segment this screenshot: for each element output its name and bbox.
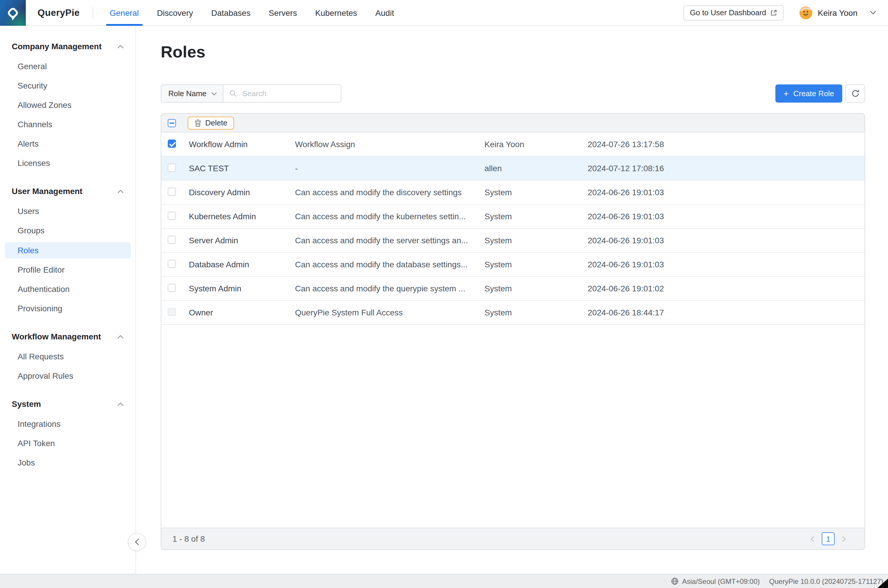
row-checkbox-cell: [161, 284, 189, 293]
prev-page-button[interactable]: [809, 532, 816, 545]
sidebar-item-groups[interactable]: Groups: [0, 221, 135, 240]
sidebar-section-header-user-management[interactable]: User Management: [12, 184, 124, 198]
plus-icon: +: [784, 89, 789, 98]
table-row-workflow-admin[interactable]: Workflow AdminWorkflow AssignKeira Yoon2…: [161, 132, 864, 156]
created-date-cell: 2024-06-26 19:01:03: [588, 260, 864, 269]
sidebar-item-channels[interactable]: Channels: [0, 115, 135, 134]
sidebar-item-approval-rules[interactable]: Approval Rules: [0, 366, 135, 386]
version-text: QueryPie 10.0.0 (20240725-171127): [769, 577, 883, 585]
sidebar-item-profile-editor[interactable]: Profile Editor: [0, 260, 135, 280]
sidebar-item-allowed-zones[interactable]: Allowed Zones: [0, 96, 135, 115]
pagination: 1: [809, 532, 847, 545]
tab-general[interactable]: General: [106, 0, 143, 26]
search-input[interactable]: [241, 88, 335, 99]
page-number-1[interactable]: 1: [822, 532, 835, 545]
role-name-cell: Kubernetes Admin: [189, 212, 295, 221]
user-name: Keira Yoon: [818, 8, 858, 17]
user-menu[interactable]: Keira Yoon: [800, 6, 876, 19]
row-checkbox[interactable]: [168, 284, 176, 292]
table-row-sac-test[interactable]: SAC TEST-allen2024-07-12 17:08:16: [161, 156, 864, 180]
row-checkbox[interactable]: [168, 139, 176, 147]
sidebar-item-api-token[interactable]: API Token: [0, 434, 135, 453]
timezone-indicator: Asia/Seoul (GMT+09:00): [671, 577, 760, 585]
sidebar-section-title: System: [12, 399, 41, 409]
created-date-cell: 2024-06-26 19:01:02: [588, 284, 864, 293]
table-row-server-admin[interactable]: Server AdminCan access and modify the se…: [161, 229, 864, 253]
filter-field-select[interactable]: Role Name: [161, 84, 224, 103]
sidebar: Company ManagementGeneralSecurityAllowed…: [0, 26, 136, 574]
row-checkbox-cell: [161, 187, 189, 197]
brand-name: QueryPie: [38, 8, 80, 18]
chevron-down-icon: [870, 10, 876, 15]
page-title: Roles: [161, 43, 206, 62]
sidebar-item-licenses[interactable]: Licenses: [0, 154, 135, 173]
table-body: Workflow AdminWorkflow AssignKeira Yoon2…: [161, 132, 864, 325]
row-checkbox-cell: [161, 260, 189, 269]
querypie-logo: [0, 0, 26, 26]
external-link-icon: [771, 9, 777, 16]
created-date-cell: 2024-06-26 18:44:17: [588, 308, 864, 317]
querypie-logo-icon: [4, 4, 22, 21]
sidebar-item-security[interactable]: Security: [0, 76, 135, 96]
dashboard-button-label: Go to User Dashboard: [690, 8, 766, 17]
pagination-range: 1 - 8 of 8: [173, 534, 205, 543]
row-checkbox[interactable]: [168, 212, 176, 219]
sidebar-section-header-workflow-management[interactable]: Workflow Management: [12, 330, 124, 343]
row-checkbox[interactable]: [168, 236, 176, 244]
tab-kubernetes[interactable]: Kubernetes: [312, 0, 361, 26]
topbar-divider: [93, 7, 93, 18]
role-name-cell: Owner: [189, 308, 295, 317]
sidebar-item-general[interactable]: General: [0, 57, 135, 76]
sidebar-section-title: User Management: [12, 186, 83, 196]
filter-field-label: Role Name: [168, 89, 206, 98]
creator-cell: System: [484, 308, 588, 317]
refresh-button[interactable]: [845, 84, 865, 103]
go-to-user-dashboard-button[interactable]: Go to User Dashboard: [683, 5, 784, 20]
row-checkbox-cell: [161, 236, 189, 245]
delete-button[interactable]: Delete: [188, 116, 234, 129]
sidebar-item-jobs[interactable]: Jobs: [0, 453, 135, 472]
sidebar-item-alerts[interactable]: Alerts: [0, 134, 135, 154]
created-date-cell: 2024-06-26 19:01:03: [588, 236, 864, 245]
next-page-button[interactable]: [840, 532, 847, 545]
table-row-database-admin[interactable]: Database AdminCan access and modify the …: [161, 253, 864, 277]
tab-discovery[interactable]: Discovery: [153, 0, 197, 26]
row-checkbox[interactable]: [168, 187, 176, 195]
sidebar-section-header-system[interactable]: System: [12, 398, 124, 410]
sidebar-item-all-requests[interactable]: All Requests: [0, 347, 135, 366]
created-date-cell: 2024-06-26 19:01:03: [588, 188, 864, 197]
tab-servers[interactable]: Servers: [265, 0, 300, 26]
sidebar-section-header-company-management[interactable]: Company Management: [12, 40, 124, 53]
role-name-cell: System Admin: [189, 284, 295, 293]
select-all-checkbox[interactable]: [168, 119, 176, 127]
sidebar-item-integrations[interactable]: Integrations: [0, 414, 135, 434]
sidebar-item-provisioning[interactable]: Provisioning: [0, 299, 135, 318]
created-date-cell: 2024-07-12 17:08:16: [588, 164, 864, 173]
row-checkbox[interactable]: [168, 260, 176, 268]
row-checkbox-cell: [161, 139, 189, 149]
tab-audit[interactable]: Audit: [372, 0, 398, 26]
role-name-cell: Server Admin: [189, 236, 295, 245]
app-window: QueryPie GeneralDiscoveryDatabasesServer…: [0, 0, 888, 588]
table-row-system-admin[interactable]: System AdminCan access and modify the qu…: [161, 277, 864, 301]
create-role-button[interactable]: + Create Role: [775, 84, 842, 103]
sidebar-item-roles[interactable]: Roles: [5, 242, 131, 258]
chevron-left-icon: [134, 538, 140, 546]
table-row-discovery-admin[interactable]: Discovery AdminCan access and modify the…: [161, 180, 864, 205]
sidebar-collapse-button[interactable]: [128, 533, 146, 551]
row-checkbox-cell: [161, 308, 189, 318]
tab-databases[interactable]: Databases: [207, 0, 254, 26]
table-empty-space: [161, 325, 864, 528]
sidebar-item-users[interactable]: Users: [0, 202, 135, 221]
role-name-cell: Workflow Admin: [189, 140, 295, 149]
row-checkbox: [168, 308, 176, 316]
role-description-cell: Workflow Assign: [295, 140, 484, 149]
creator-cell: System: [484, 260, 588, 269]
table-row-owner[interactable]: OwnerQueryPie System Full AccessSystem20…: [161, 301, 864, 325]
table-row-kubernetes-admin[interactable]: Kubernetes AdminCan access and modify th…: [161, 205, 864, 229]
sidebar-item-authentication[interactable]: Authentication: [0, 280, 135, 299]
created-date-cell: 2024-06-26 19:01:03: [588, 212, 864, 221]
roles-table: Delete Workflow AdminWorkflow AssignKeir…: [161, 113, 865, 550]
row-checkbox[interactable]: [168, 163, 176, 171]
topbar-right: Go to User Dashboard Keira Yoon: [683, 5, 888, 20]
